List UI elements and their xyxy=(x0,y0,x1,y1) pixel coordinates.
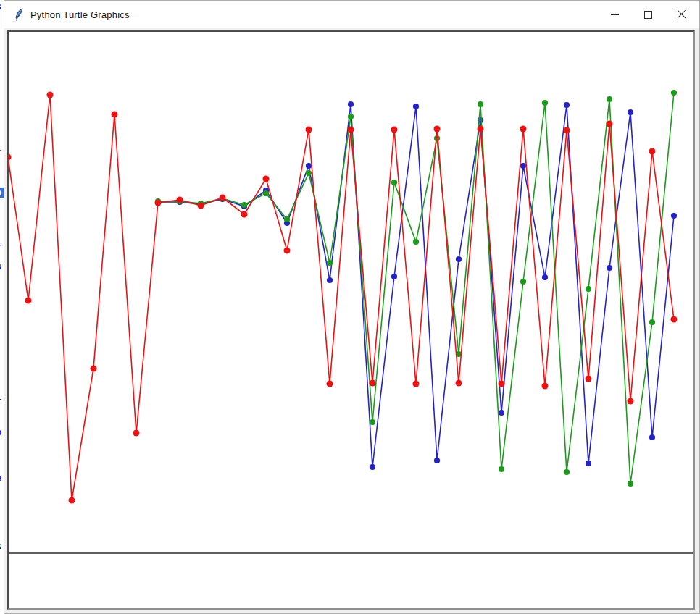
red-series-dot xyxy=(155,200,162,206)
green-series-dot xyxy=(413,239,419,245)
blue-series-dot xyxy=(413,104,419,109)
blue-series-dot xyxy=(628,109,633,115)
red-series-dot xyxy=(607,121,613,127)
blue-series-dot xyxy=(391,274,397,279)
blue-series-dot xyxy=(456,256,462,262)
green-series-dot xyxy=(306,170,312,176)
window-title: Python Turtle Graphics xyxy=(30,1,130,28)
blue-series-dot xyxy=(607,265,612,271)
minimize-button[interactable] xyxy=(598,1,631,28)
red-series-dot xyxy=(47,92,54,98)
titlebar[interactable]: Python Turtle Graphics xyxy=(4,1,699,28)
blue-series-dot xyxy=(649,434,655,440)
green-series-dot xyxy=(520,279,526,285)
red-series-dot xyxy=(413,381,420,387)
blue-series-dot xyxy=(542,274,548,280)
red-series-line xyxy=(9,95,674,500)
screen: srarsrpek Python Turtle Graphics xyxy=(0,0,700,614)
red-series-dot xyxy=(478,126,484,133)
chart-svg xyxy=(9,32,693,608)
minimize-icon xyxy=(611,14,619,15)
red-series-dot xyxy=(241,211,248,218)
green-series-dot xyxy=(671,90,677,96)
green-series-dot xyxy=(284,216,290,222)
red-series-dot xyxy=(25,298,32,304)
turtle-canvas xyxy=(7,30,695,610)
green-series-dot xyxy=(607,96,612,102)
green-series-dot xyxy=(348,114,354,119)
red-series-dot xyxy=(177,197,183,203)
close-button[interactable] xyxy=(664,1,698,28)
green-series-dot xyxy=(241,202,247,208)
green-series-line xyxy=(158,93,674,484)
red-series-dot xyxy=(520,126,527,133)
maximize-icon xyxy=(644,11,652,19)
blue-series-dot xyxy=(586,460,591,466)
blue-series-dot xyxy=(499,410,504,416)
red-series-dot xyxy=(391,127,398,133)
green-series-dot xyxy=(478,101,483,107)
green-series-dot xyxy=(542,100,548,106)
green-series-dot xyxy=(434,135,440,141)
red-series-dot xyxy=(586,376,592,382)
blue-series-dot xyxy=(434,458,440,463)
red-series-dot xyxy=(499,381,505,387)
green-series-dot xyxy=(327,260,333,266)
red-series-dot xyxy=(456,380,462,387)
blue-series-dot xyxy=(520,163,526,169)
green-series-dot xyxy=(586,286,591,292)
window-controls xyxy=(598,1,698,28)
red-series-dot xyxy=(649,148,656,155)
red-series-dot xyxy=(220,195,226,201)
red-series-dot xyxy=(564,127,570,134)
red-series-dot xyxy=(327,381,333,387)
green-series-dot xyxy=(628,481,633,487)
blue-series-dot xyxy=(671,213,677,219)
tk-feather-icon xyxy=(13,8,25,21)
green-series-dot xyxy=(370,419,375,425)
red-series-dot xyxy=(306,127,312,133)
red-series-dot xyxy=(91,366,97,372)
red-series-dot xyxy=(133,430,140,437)
red-series-dot xyxy=(284,248,291,254)
red-series-dot xyxy=(198,203,204,209)
red-series-dot xyxy=(628,398,634,405)
maximize-button[interactable] xyxy=(631,1,664,28)
red-series-dot xyxy=(434,126,441,133)
green-series-dot xyxy=(649,319,655,325)
blue-series-dot xyxy=(327,277,333,283)
red-series-dot xyxy=(370,380,376,387)
turtle-graphics-window: Python Turtle Graphics xyxy=(4,0,700,614)
close-icon xyxy=(677,10,686,20)
red-series-dot xyxy=(112,112,118,118)
red-series-dot xyxy=(263,176,270,182)
blue-series-dot xyxy=(564,102,570,108)
blue-series-dot xyxy=(370,464,375,470)
red-series-dot xyxy=(671,316,678,323)
blue-series-dot xyxy=(348,101,354,107)
green-series-dot xyxy=(499,466,504,472)
green-series-dot xyxy=(263,190,269,196)
red-series-dot xyxy=(69,497,75,504)
red-series-dot xyxy=(348,127,354,133)
green-series-dot xyxy=(391,180,397,185)
red-series-dot xyxy=(9,154,12,161)
blue-series-dot xyxy=(306,163,312,169)
green-series-dot xyxy=(564,469,570,475)
red-series-dot xyxy=(542,383,549,390)
